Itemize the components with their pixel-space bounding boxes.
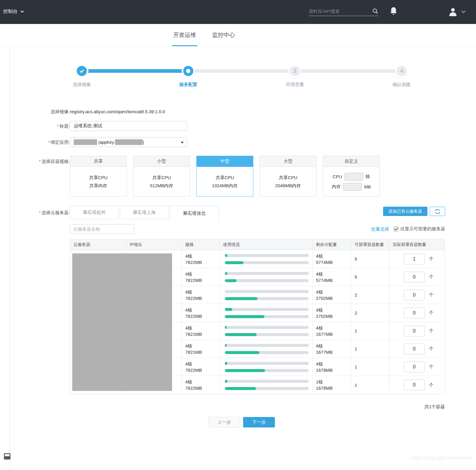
memory-usage-bar-fill — [225, 333, 257, 336]
memory-usage-bar-fill — [225, 369, 265, 372]
required-asterisk: * — [48, 140, 50, 145]
spec-memory: 7822MB — [185, 259, 219, 265]
next-step-button[interactable]: 下一步 — [243, 417, 275, 427]
cpu-usage-bar-fill — [225, 326, 227, 329]
add-existing-server-button[interactable]: 添加已有云服务器 — [383, 207, 427, 216]
server-spec-cell: 4核7821MB — [182, 340, 220, 358]
server-usage-cell — [220, 340, 313, 358]
search-icon[interactable] — [372, 8, 378, 14]
deploy-count-input[interactable] — [404, 380, 425, 390]
deploy-count-input[interactable] — [404, 344, 425, 354]
spec-card-title: 共享 — [70, 156, 126, 167]
memory-usage-bar-fill — [225, 387, 256, 390]
deploy-count-input[interactable] — [404, 326, 425, 336]
server-spec-cell: 4核7822MB — [182, 376, 220, 394]
spec-card-4[interactable]: 自定义CPU核内存MB — [323, 156, 380, 197]
deploy-count-unit: 个 — [429, 328, 433, 334]
server-remaining-cell: 4核1677MB — [313, 322, 351, 340]
usage-bars — [223, 290, 312, 300]
refresh-button[interactable] — [430, 207, 445, 216]
required-asterisk: * — [39, 210, 41, 215]
spec-card-body: 共享CPU共享内存 — [70, 167, 126, 197]
spec-card-0[interactable]: 共享共享CPU共享内存 — [70, 156, 127, 197]
step-2-dot — [183, 66, 193, 76]
global-search-input[interactable] — [309, 9, 372, 14]
spec-memory: 7822MB — [185, 385, 219, 391]
spec-memory: 7821MB — [185, 331, 219, 337]
remaining-cores: 4核 — [316, 343, 351, 349]
container-spec-cards: 共享共享CPU共享内存小型共享CPU512MB内存中型共享CPU1024MB内存… — [70, 156, 380, 197]
server-search-input[interactable] — [73, 226, 133, 232]
memory-usage-bar — [225, 351, 309, 354]
usage-bars — [223, 380, 312, 390]
container-spec-label: *选择容器规格: — [12, 159, 70, 164]
memory-usage-bar — [225, 333, 309, 336]
deployable-count-cell: 1 — [351, 322, 389, 340]
stepper-progress — [82, 69, 188, 73]
user-menu[interactable] — [449, 7, 466, 16]
deploy-count-input[interactable] — [404, 290, 425, 300]
custom-cpu-input[interactable] — [344, 173, 363, 181]
usage-bars — [223, 254, 312, 264]
custom-mem-input[interactable] — [343, 183, 362, 191]
deployable-only-checkbox[interactable] — [394, 227, 398, 231]
console-menu-label[interactable]: 控制台 — [3, 8, 17, 15]
cpu-usage-bar — [225, 362, 309, 365]
server-remaining-cell: 4核1677MB — [313, 340, 351, 358]
spec-card-3[interactable]: 大型共享CPU2048MB内存 — [260, 156, 317, 197]
memory-usage-bar — [225, 279, 309, 282]
spec-cores: 4核 — [185, 307, 219, 313]
breadcrumb[interactable]: / 控制台 — [0, 8, 24, 15]
screenshot-widget-icon[interactable] — [4, 453, 10, 460]
memory-usage-bar-fill — [225, 351, 259, 354]
memory-usage-bar-fill — [225, 261, 243, 264]
global-search[interactable] — [309, 7, 378, 16]
batch-select-link[interactable]: 批量选择 — [371, 226, 389, 232]
prev-step-button[interactable]: 上一步 — [208, 417, 240, 427]
memory-usage-bar — [225, 315, 309, 318]
memory-usage-bar-fill — [225, 297, 257, 300]
deployable-count-cell: 5 — [351, 250, 389, 268]
spec-card-1[interactable]: 小型共享CPU512MB内存 — [133, 156, 190, 197]
deploy-count-cell: 个 — [389, 286, 445, 304]
cpu-usage-bar-fill — [225, 362, 227, 365]
region-tab-1[interactable]: 聚石塔上海 — [120, 205, 169, 219]
title-input[interactable] — [70, 121, 187, 131]
spec-card-line: 共享CPU — [152, 175, 171, 181]
redacted-app-name — [74, 139, 97, 145]
remaining-memory: 1678MB — [316, 385, 351, 391]
title-label: *标题: — [12, 123, 70, 129]
step-2-label: 服务配置 — [170, 82, 206, 87]
required-asterisk: * — [57, 123, 59, 129]
spec-card-2[interactable]: 中型共享CPU1024MB内存 — [196, 156, 253, 197]
redacted-appkey — [115, 139, 143, 145]
cpu-usage-bar — [225, 290, 309, 293]
server-spec-cell: 4核7822MB — [182, 286, 220, 304]
main-content: 选择镜像服务配置3环境变量4确认创建 选择镜像: registry.acs.al… — [10, 46, 476, 470]
deploy-count-input[interactable] — [404, 272, 425, 282]
tab-monitor-center[interactable]: 监控中心 — [209, 24, 239, 46]
server-usage-cell — [220, 358, 313, 376]
server-remaining-cell: 4核1678MB — [313, 358, 351, 376]
deploy-count-input[interactable] — [404, 308, 425, 318]
chevron-down-icon — [20, 10, 24, 13]
tab-devops[interactable]: 开发运维 — [170, 24, 200, 46]
spec-card-line: 共享CPU — [89, 175, 108, 181]
bind-app-select[interactable]: (appKey: ) — [70, 137, 187, 147]
region-tab-0[interactable]: 聚石塔杭州 — [70, 205, 119, 219]
server-usage-cell — [220, 268, 313, 286]
spec-card-body: 共享CPU512MB内存 — [133, 167, 190, 197]
server-remaining-cell: 4核5774MB — [313, 250, 351, 268]
notifications-button[interactable] — [390, 7, 397, 16]
appkey-suffix: ) — [143, 140, 144, 145]
region-tab-2[interactable]: 聚石塔张北 — [170, 205, 219, 221]
deploy-count-unit: 个 — [429, 292, 433, 298]
deployable-only-filter: 仅显示可部署的服务器 — [394, 226, 445, 232]
deploy-count-input[interactable] — [404, 362, 425, 372]
spec-cores: 4核 — [185, 379, 219, 385]
column-header-0: 云服务器 — [70, 239, 126, 250]
deploy-count-input[interactable] — [404, 254, 425, 265]
deploy-count-cell: 个 — [389, 340, 445, 358]
deploy-count-unit: 个 — [429, 256, 433, 262]
server-search[interactable] — [70, 224, 134, 234]
